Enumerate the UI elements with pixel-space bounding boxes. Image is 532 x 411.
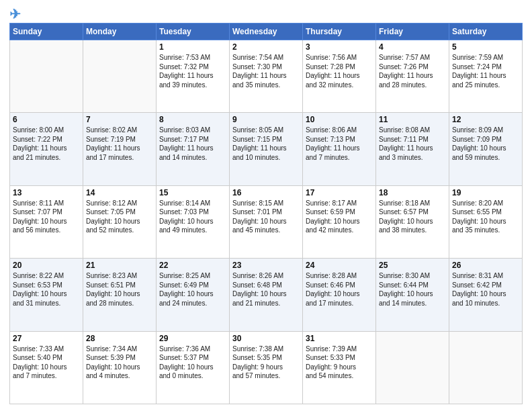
calendar-table: SundayMondayTuesdayWednesdayThursdayFrid…	[9, 23, 523, 404]
day-number: 27	[13, 334, 80, 343]
day-info: Sunrise: 7:39 AM Sunset: 5:33 PM Dayligh…	[306, 345, 373, 381]
day-number: 9	[232, 115, 300, 124]
day-info: Sunrise: 8:20 AM Sunset: 6:55 PM Dayligh…	[452, 199, 519, 235]
day-info: Sunrise: 7:36 AM Sunset: 5:37 PM Dayligh…	[159, 345, 226, 381]
calendar-cell: 22Sunrise: 8:25 AM Sunset: 6:49 PM Dayli…	[157, 259, 230, 331]
day-info: Sunrise: 8:23 AM Sunset: 6:51 PM Dayligh…	[86, 271, 153, 308]
calendar-cell: 23Sunrise: 8:26 AM Sunset: 6:48 PM Dayli…	[230, 259, 303, 331]
day-info: Sunrise: 8:18 AM Sunset: 6:57 PM Dayligh…	[379, 199, 446, 235]
day-info: Sunrise: 8:09 AM Sunset: 7:09 PM Dayligh…	[452, 126, 519, 162]
calendar-cell	[449, 331, 523, 404]
calendar-cell: 18Sunrise: 8:18 AM Sunset: 6:57 PM Dayli…	[376, 185, 449, 258]
calendar-cell: 4Sunrise: 7:57 AM Sunset: 7:26 PM Daylig…	[376, 40, 449, 113]
weekday-header-row: SundayMondayTuesdayWednesdayThursdayFrid…	[10, 24, 523, 40]
calendar-cell: 26Sunrise: 8:31 AM Sunset: 6:42 PM Dayli…	[449, 259, 523, 331]
day-info: Sunrise: 7:59 AM Sunset: 7:24 PM Dayligh…	[452, 53, 519, 89]
calendar-cell: 10Sunrise: 8:06 AM Sunset: 7:13 PM Dayli…	[303, 113, 376, 185]
weekday-header-wednesday: Wednesday	[230, 24, 303, 40]
calendar-cell	[83, 40, 157, 113]
week-row-4: 20Sunrise: 8:22 AM Sunset: 6:53 PM Dayli…	[10, 259, 523, 331]
day-info: Sunrise: 8:28 AM Sunset: 6:46 PM Dayligh…	[306, 271, 373, 308]
calendar-cell: 13Sunrise: 8:11 AM Sunset: 7:07 PM Dayli…	[10, 185, 83, 258]
day-number: 23	[232, 261, 300, 270]
day-info: Sunrise: 8:00 AM Sunset: 7:22 PM Dayligh…	[13, 126, 80, 162]
day-info: Sunrise: 7:33 AM Sunset: 5:40 PM Dayligh…	[13, 345, 80, 381]
day-number: 31	[306, 334, 373, 343]
day-number: 19	[452, 188, 519, 197]
calendar-cell	[10, 40, 83, 113]
day-number: 29	[159, 334, 226, 343]
day-number: 20	[13, 261, 80, 270]
day-number: 13	[13, 188, 80, 197]
week-row-3: 13Sunrise: 8:11 AM Sunset: 7:07 PM Dayli…	[10, 185, 523, 258]
calendar-cell: 30Sunrise: 7:38 AM Sunset: 5:35 PM Dayli…	[230, 331, 303, 404]
day-number: 15	[159, 188, 226, 197]
day-info: Sunrise: 8:31 AM Sunset: 6:42 PM Dayligh…	[452, 271, 519, 308]
weekday-header-friday: Friday	[376, 24, 449, 40]
calendar-cell: 17Sunrise: 8:17 AM Sunset: 6:59 PM Dayli…	[303, 185, 376, 258]
week-row-1: 1Sunrise: 7:53 AM Sunset: 7:32 PM Daylig…	[10, 40, 523, 113]
day-number: 8	[159, 115, 226, 124]
logo-bird-icon: ✈	[9, 7, 21, 21]
weekday-header-sunday: Sunday	[10, 24, 83, 40]
day-number: 1	[159, 42, 226, 52]
calendar-cell: 12Sunrise: 8:09 AM Sunset: 7:09 PM Dayli…	[449, 113, 523, 185]
day-info: Sunrise: 8:08 AM Sunset: 7:11 PM Dayligh…	[379, 126, 446, 162]
day-info: Sunrise: 7:38 AM Sunset: 5:35 PM Dayligh…	[232, 345, 300, 381]
calendar-cell: 31Sunrise: 7:39 AM Sunset: 5:33 PM Dayli…	[303, 331, 376, 404]
day-number: 5	[452, 42, 519, 52]
day-info: Sunrise: 8:25 AM Sunset: 6:49 PM Dayligh…	[159, 271, 226, 308]
day-info: Sunrise: 8:11 AM Sunset: 7:07 PM Dayligh…	[13, 199, 80, 235]
day-number: 14	[86, 188, 153, 197]
calendar-cell: 25Sunrise: 8:30 AM Sunset: 6:44 PM Dayli…	[376, 259, 449, 331]
day-info: Sunrise: 8:30 AM Sunset: 6:44 PM Dayligh…	[379, 271, 446, 308]
calendar-cell: 2Sunrise: 7:54 AM Sunset: 7:30 PM Daylig…	[230, 40, 303, 113]
logo-text: ✈	[9, 7, 21, 21]
calendar-cell: 16Sunrise: 8:15 AM Sunset: 7:01 PM Dayli…	[230, 185, 303, 258]
day-number: 7	[86, 115, 153, 124]
calendar-cell: 27Sunrise: 7:33 AM Sunset: 5:40 PM Dayli…	[10, 331, 83, 404]
day-number: 4	[379, 42, 446, 52]
day-number: 6	[13, 115, 80, 124]
calendar-cell: 5Sunrise: 7:59 AM Sunset: 7:24 PM Daylig…	[449, 40, 523, 113]
day-number: 24	[306, 261, 373, 270]
logo: ✈	[9, 7, 21, 19]
day-number: 25	[379, 261, 446, 270]
week-row-5: 27Sunrise: 7:33 AM Sunset: 5:40 PM Dayli…	[10, 331, 523, 404]
calendar-cell: 14Sunrise: 8:12 AM Sunset: 7:05 PM Dayli…	[83, 185, 157, 258]
day-number: 12	[452, 115, 519, 124]
day-info: Sunrise: 7:56 AM Sunset: 7:28 PM Dayligh…	[306, 53, 373, 89]
day-number: 11	[379, 115, 446, 124]
day-number: 30	[232, 334, 300, 343]
day-number: 16	[232, 188, 300, 197]
day-number: 17	[306, 188, 373, 197]
weekday-header-tuesday: Tuesday	[157, 24, 230, 40]
calendar-cell: 6Sunrise: 8:00 AM Sunset: 7:22 PM Daylig…	[10, 113, 83, 185]
header: ✈	[9, 7, 523, 19]
calendar-cell: 15Sunrise: 8:14 AM Sunset: 7:03 PM Dayli…	[157, 185, 230, 258]
day-info: Sunrise: 7:57 AM Sunset: 7:26 PM Dayligh…	[379, 53, 446, 89]
weekday-header-monday: Monday	[83, 24, 157, 40]
day-info: Sunrise: 8:26 AM Sunset: 6:48 PM Dayligh…	[232, 271, 300, 308]
day-info: Sunrise: 8:02 AM Sunset: 7:19 PM Dayligh…	[86, 126, 153, 162]
day-number: 22	[159, 261, 226, 270]
calendar-cell: 1Sunrise: 7:53 AM Sunset: 7:32 PM Daylig…	[157, 40, 230, 113]
day-number: 10	[306, 115, 373, 124]
day-info: Sunrise: 8:03 AM Sunset: 7:17 PM Dayligh…	[159, 126, 226, 162]
day-info: Sunrise: 8:06 AM Sunset: 7:13 PM Dayligh…	[306, 126, 373, 162]
day-number: 26	[452, 261, 519, 270]
day-number: 21	[86, 261, 153, 270]
day-info: Sunrise: 8:12 AM Sunset: 7:05 PM Dayligh…	[86, 199, 153, 235]
day-info: Sunrise: 7:34 AM Sunset: 5:39 PM Dayligh…	[86, 345, 153, 381]
calendar-cell: 19Sunrise: 8:20 AM Sunset: 6:55 PM Dayli…	[449, 185, 523, 258]
calendar-cell: 9Sunrise: 8:05 AM Sunset: 7:15 PM Daylig…	[230, 113, 303, 185]
day-info: Sunrise: 8:17 AM Sunset: 6:59 PM Dayligh…	[306, 199, 373, 235]
day-info: Sunrise: 8:22 AM Sunset: 6:53 PM Dayligh…	[13, 271, 80, 308]
calendar-cell: 29Sunrise: 7:36 AM Sunset: 5:37 PM Dayli…	[157, 331, 230, 404]
day-number: 3	[306, 42, 373, 52]
calendar-cell: 20Sunrise: 8:22 AM Sunset: 6:53 PM Dayli…	[10, 259, 83, 331]
day-info: Sunrise: 7:54 AM Sunset: 7:30 PM Dayligh…	[232, 53, 300, 89]
weekday-header-thursday: Thursday	[303, 24, 376, 40]
calendar-cell: 28Sunrise: 7:34 AM Sunset: 5:39 PM Dayli…	[83, 331, 157, 404]
day-info: Sunrise: 7:53 AM Sunset: 7:32 PM Dayligh…	[159, 53, 226, 89]
